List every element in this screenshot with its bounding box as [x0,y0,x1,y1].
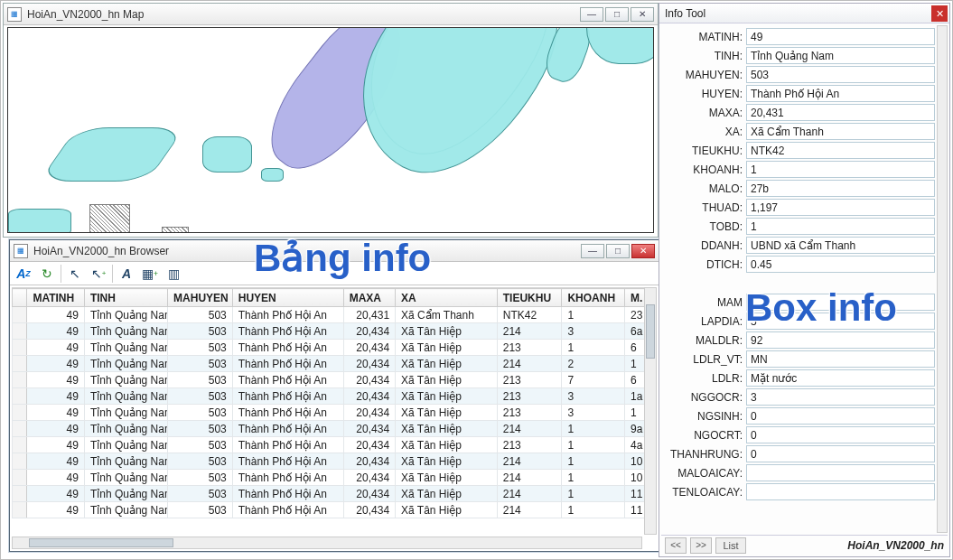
info-value[interactable]: Mặt nước [746,369,935,387]
info-row: HUYEN:Thành Phố Hội An [661,84,935,103]
map-titlebar[interactable]: ▦ HoiAn_VN2000_hn Map — □ ✕ [4,4,658,25]
info-value[interactable]: 0 [746,445,935,462]
info-row: DTICH:0.45 [661,255,935,274]
info-row: TIEUKHU:NTK42 [661,141,935,160]
info-value[interactable]: 92 [746,331,935,349]
minimize-button[interactable]: — [581,244,604,258]
add-field-button[interactable]: ▦+ [140,264,160,284]
info-label: MAM [661,296,746,309]
col-header[interactable]: XA [396,289,498,307]
table-row[interactable]: 49Tỉnh Quảng Nam503Thành Phố Hội An20,43… [13,405,657,421]
info-value[interactable]: NTK42 [746,142,935,159]
info-value[interactable]: 503 [746,66,935,83]
info-row: NGGOCR:3 [661,387,935,406]
col-header[interactable]: KHOANH [562,289,625,307]
next-button[interactable]: >> [690,537,712,554]
close-button[interactable]: ✕ [631,7,654,22]
info-value[interactable]: Thành Phố Hội An [746,85,935,102]
info-value[interactable]: Xã Cẩm Thanh [746,123,935,140]
info-vscrollbar[interactable] [937,25,948,533]
info-label: THUAD: [661,201,746,214]
list-button[interactable]: List [715,537,746,554]
info-row: XA:Xã Cẩm Thanh [661,122,935,141]
info-label: XA: [661,126,746,138]
info-value[interactable]: 0 [746,407,935,425]
info-value[interactable]: 5 [746,313,935,330]
table-row[interactable]: 49Tỉnh Quảng Nam503Thành Phố Hội An20,43… [13,388,657,405]
table-row[interactable]: 49Tỉnh Quảng Nam503Thành Phố Hội An20,43… [13,356,657,372]
col-header[interactable]: HUYEN [232,289,343,307]
close-button[interactable]: ✕ [631,244,655,258]
info-row: MALOAICAY: [661,463,935,482]
browser-table[interactable]: MATINHTINHMAHUYENHUYENMAXAXATIEUKHUKHOAN… [12,288,657,518]
info-value[interactable]: 1,197 [746,199,935,216]
info-value[interactable]: 0.45 [746,256,935,273]
hscrollbar[interactable] [12,537,642,549]
info-value[interactable]: MN [746,350,935,368]
col-header[interactable]: TIEUKHU [497,289,562,307]
table-row[interactable]: 49Tỉnh Quảng Nam503Thành Phố Hội An20,43… [13,453,657,470]
col-header[interactable]: MATINH [27,289,85,307]
info-row: DDANH:UBND xã Cẩm Thanh [661,236,935,255]
table-row[interactable]: 49Tỉnh Quảng Nam503Thành Phố Hội An20,43… [13,323,657,340]
info-row: MATINH:49 [661,27,935,46]
col-header[interactable]: TINH [84,289,167,307]
info-value[interactable]: 27b [746,180,935,197]
col-header[interactable]: MAXA [343,289,395,307]
info-panel-close[interactable]: ✕ [931,5,948,22]
info-label: MALOAICAY: [661,467,746,480]
prev-button[interactable]: << [665,537,687,554]
info-panel-title[interactable]: Info Tool [659,4,949,23]
info-label: NGGOCR: [661,391,746,404]
font-button[interactable]: A [117,264,136,284]
browser-title: HoiAn_VN2000_hn Browser [33,245,169,257]
vscrollbar[interactable] [644,287,657,535]
map-canvas[interactable] [7,27,654,233]
info-label: KHOANH: [661,163,746,176]
info-value[interactable]: 0 [746,426,935,443]
browser-window: ▦ HoiAn_VN2000_hn Browser — □ ✕ AZ ↻ ↖ ↖… [9,239,659,552]
table-row[interactable]: 49Tỉnh Quảng Nam503Thành Phố Hội An20,43… [13,486,657,502]
info-value[interactable]: 3 [746,388,935,406]
options-button[interactable]: ▥ [164,264,183,284]
info-value[interactable]: UBND xã Cẩm Thanh [746,237,935,254]
info-value[interactable]: 1 [746,218,935,235]
info-label: MATINH: [661,31,746,43]
info-value[interactable] [746,483,935,500]
info-value[interactable]: Tỉnh Quảng Nam [746,47,935,64]
info-label: LDLR: [661,372,746,385]
table-row[interactable]: 49Tỉnh Quảng Nam503Thành Phố Hội An20,43… [13,307,657,323]
col-header[interactable]: MAHUYEN [168,289,233,307]
add-pointer-button[interactable]: ↖+ [89,264,108,284]
table-row[interactable]: 49Tỉnh Quảng Nam503Thành Phố Hội An20,43… [13,502,657,518]
info-fields: MATINH:49TINH:Tỉnh Quảng NamMAHUYEN:503H… [661,27,935,533]
info-panel: Info Tool ✕ MATINH:49TINH:Tỉnh Quảng Nam… [659,3,950,557]
info-label: NGOCRT: [661,429,746,442]
info-value[interactable]: 1 [746,161,935,178]
sort-az-button[interactable]: AZ [14,264,33,284]
browser-titlebar[interactable]: ▦ HoiAn_VN2000_hn Browser — □ ✕ [10,240,659,262]
info-footer-label: HoiAn_VN2000_hn [847,539,944,552]
info-label: MALO: [661,182,746,195]
table-row[interactable]: 49Tỉnh Quảng Nam503Thành Phố Hội An20,43… [13,340,657,356]
info-row: MAXA:20,431 [661,103,935,122]
maximize-button[interactable]: □ [605,7,629,22]
pointer-button[interactable]: ↖ [65,264,85,284]
info-value[interactable]: 49 [746,28,935,45]
info-row: MALO:27b [661,179,935,198]
info-value[interactable] [746,464,935,481]
maximize-button[interactable]: □ [606,244,630,258]
refresh-button[interactable]: ↻ [37,264,57,284]
info-row: LDLR:Mặt nước [661,369,935,387]
info-row: MAM [661,293,935,312]
info-label: MAXA: [661,107,746,119]
minimize-button[interactable]: — [580,7,603,22]
info-value[interactable] [746,294,935,311]
table-row[interactable]: 49Tỉnh Quảng Nam503Thành Phố Hội An20,43… [13,470,657,486]
info-row: LDLR_VT:MN [661,350,935,369]
table-row[interactable]: 49Tỉnh Quảng Nam503Thành Phố Hội An20,43… [13,437,657,453]
table-row[interactable]: 49Tỉnh Quảng Nam503Thành Phố Hội An20,43… [13,372,657,388]
table-row[interactable]: 49Tỉnh Quảng Nam503Thành Phố Hội An20,43… [13,421,657,437]
info-value[interactable]: 20,431 [746,104,935,121]
info-panel-title-text: Info Tool [665,7,705,20]
